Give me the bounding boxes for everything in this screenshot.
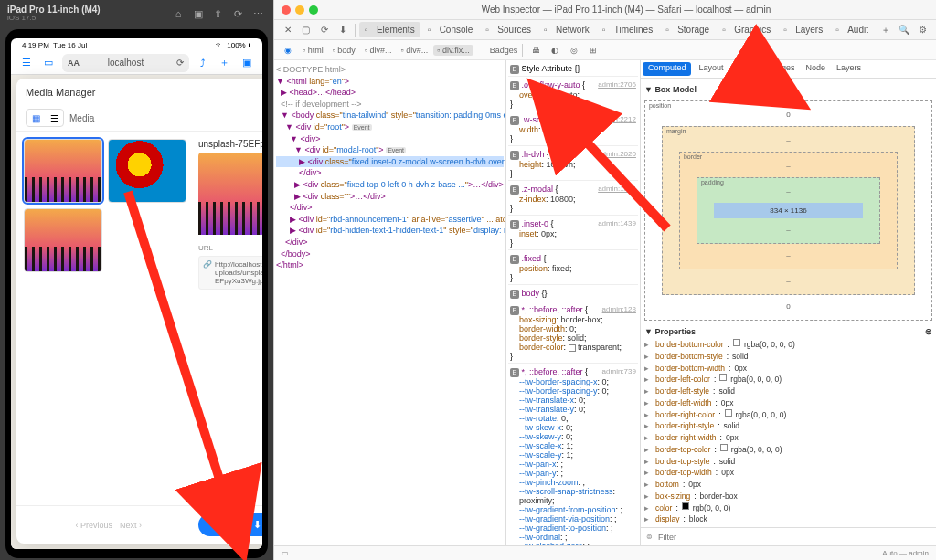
dom-node[interactable]: <!-- if development -->	[276, 99, 504, 111]
screenshot-icon[interactable]: ▣	[191, 6, 206, 21]
computed-property[interactable]: ▸border-right-style: solid	[644, 420, 932, 432]
breadcrumb-segment[interactable]: ▫ div.fix...	[433, 45, 473, 56]
css-rule[interactable]: E body {}	[508, 287, 638, 301]
computed-property[interactable]: ▸border-right-color: rgba(0, 0, 0, 0)	[644, 409, 932, 421]
dom-node[interactable]: </div>	[276, 202, 504, 214]
tab-graphics[interactable]: ▫Graphics	[717, 22, 776, 37]
next-page-button[interactable]: Next ›	[120, 521, 142, 530]
computed-property[interactable]: ▸border-top-style: solid	[644, 456, 932, 468]
filter-icon[interactable]: ⊜	[646, 533, 653, 541]
tab-layers[interactable]: ▫Layers	[778, 22, 828, 37]
dock-icon[interactable]: ▢	[298, 22, 314, 38]
plus-icon[interactable]: ＋	[878, 22, 894, 38]
css-rule[interactable]: admin:128E *, ::before, ::after {box-siz…	[508, 303, 638, 364]
computed-property[interactable]: ▸color: rgb(0, 0, 0)	[644, 502, 932, 514]
breadcrumb-segment[interactable]: ▫ div#...	[361, 45, 396, 56]
dom-tree-panel[interactable]: <!DOCTYPE html>▼ <html lang="en"> ▶ <hea…	[274, 60, 506, 545]
badges-dropdown[interactable]: Badges	[490, 46, 518, 55]
contrast-icon[interactable]: ◐	[547, 42, 563, 58]
media-breadcrumb[interactable]: Media	[69, 113, 94, 123]
computed-tab-node[interactable]: Node	[801, 60, 832, 78]
tab-audit[interactable]: ▫Audit	[830, 22, 874, 37]
computed-property[interactable]: ▸border-bottom-color: rgba(0, 0, 0, 0)	[644, 339, 932, 351]
book-icon[interactable]: ▭	[40, 55, 57, 71]
search-icon[interactable]: 🔍	[896, 22, 912, 38]
close-window-button[interactable]	[282, 5, 291, 15]
computed-body[interactable]: ▼ Box Model position 0 margin– border– p…	[641, 79, 936, 527]
computed-tab-layout[interactable]: Layout	[693, 60, 729, 78]
computed-tab-layers[interactable]: Layers	[831, 60, 867, 78]
tab-storage[interactable]: ▫Storage	[660, 22, 715, 37]
share-icon[interactable]: ⇧	[211, 6, 226, 21]
filter-icon[interactable]: ⊜	[925, 327, 932, 336]
breadcrumb-segment[interactable]: ▫ body	[329, 45, 359, 56]
maximize-window-button[interactable]	[309, 5, 318, 15]
console-toggle-icon[interactable]: ▭	[282, 549, 289, 557]
dom-node[interactable]: ▼ <div id="root"> Event	[276, 122, 504, 133]
list-view-icon[interactable]: ☰	[45, 110, 63, 126]
more-icon[interactable]: ⋯	[251, 6, 266, 21]
css-rule[interactable]: admin:1644E .z-modal {z-index: 10800;}	[508, 183, 638, 216]
dom-node[interactable]: ▶ <div id="rbd-hidden-text-1-hidden-text…	[276, 225, 504, 237]
styles-panel[interactable]: E Style Attribute {}admin:2706E .overflo…	[506, 60, 641, 545]
css-rule[interactable]: admin:1439E .inset-0 {inset: 0px;}	[508, 217, 638, 250]
prev-page-button[interactable]: ‹ Previous	[75, 521, 112, 530]
tab-sources[interactable]: ▫Sources	[480, 22, 537, 37]
motion-icon[interactable]: ◎	[566, 42, 582, 58]
sidebar-toggle-icon[interactable]: ☰	[18, 55, 35, 71]
computed-property[interactable]: ▸border-left-style: solid	[644, 386, 932, 397]
insert-button[interactable]: Insert ⬇	[198, 513, 261, 536]
thumbnail-item[interactable]	[24, 208, 102, 272]
css-rule[interactable]: admin:2706E .overflow-y-auto {overflow-y…	[508, 79, 638, 111]
home-icon[interactable]: ⌂	[171, 6, 186, 21]
dom-node[interactable]: </html>	[276, 259, 504, 271]
computed-property[interactable]: ▸border-bottom-style: solid	[644, 351, 932, 363]
grid-view-icon[interactable]: ▦	[27, 110, 45, 126]
css-rule[interactable]: E Style Attribute {}	[508, 62, 638, 77]
reload-icon[interactable]: ⟳	[316, 22, 333, 38]
url-field[interactable]: AA localhost ⟳	[62, 54, 189, 72]
computed-tab-changes[interactable]: Changes	[757, 60, 801, 78]
settings-icon[interactable]: ⚙	[914, 22, 931, 38]
dom-node[interactable]: ▼ <div>	[276, 133, 504, 145]
share-up-icon[interactable]: ⤴	[195, 55, 211, 71]
dom-node[interactable]: ▼ <body class="tina-tailwind" style="tra…	[276, 110, 504, 122]
new-tab-icon[interactable]: ＋	[217, 55, 233, 71]
reload-icon[interactable]: ⟳	[176, 58, 184, 68]
computed-property[interactable]: ▸border-left-color: rgba(0, 0, 0, 0)	[644, 374, 932, 386]
minimize-window-button[interactable]	[295, 5, 304, 15]
computed-property[interactable]: ▸border-top-width: 0px	[644, 467, 932, 479]
computed-property[interactable]: ▸bottom: 0px	[644, 479, 932, 491]
file-url-box[interactable]: 🔗 http://localhost:3000/uploads/unsplash…	[198, 256, 262, 290]
dom-node[interactable]: ▶ <head>…</head>	[276, 87, 504, 99]
tab-timelines[interactable]: ▫Timelines	[597, 22, 658, 37]
dom-node[interactable]: ▼ <div id="modal-root"> Event	[276, 144, 504, 156]
computed-property[interactable]: ▸box-sizing: border-box	[644, 491, 932, 502]
computed-property[interactable]: ▸border-bottom-width: 0px	[644, 363, 932, 375]
dom-node[interactable]: ▶ <div class="fixed top-0 left-0 h-dvh z…	[276, 179, 504, 191]
computed-property[interactable]: ▸display: block	[644, 513, 932, 525]
format-icon[interactable]: ⊞	[585, 42, 601, 58]
dom-node[interactable]: ▶ <div id="rbd-announcement-1" aria-live…	[276, 214, 504, 226]
dom-node[interactable]: <!DOCTYPE html>	[276, 64, 504, 76]
css-rule[interactable]: admin:2020E .h-dvh {height: 100dvh;}	[508, 148, 638, 181]
tab-console[interactable]: ▫Console	[422, 22, 479, 37]
breadcrumb-segment[interactable]: ▫ div#...	[398, 45, 432, 56]
close-dock-icon[interactable]: ✕	[280, 22, 296, 38]
tab-network[interactable]: ▫Network	[538, 22, 595, 37]
dom-node[interactable]: ▶ <div class="fixed inset-0 z-modal w-sc…	[276, 156, 504, 168]
dom-node[interactable]: </div>	[276, 237, 504, 248]
computed-property[interactable]: ▸border-top-color: rgba(0, 0, 0, 0)	[644, 444, 932, 456]
text-size-icon[interactable]: AA	[68, 58, 80, 68]
download-icon[interactable]: ⬇	[335, 22, 351, 38]
thumbnail-item[interactable]	[24, 139, 102, 203]
thumbnail-item[interactable]	[108, 139, 186, 203]
computed-tab-computed[interactable]: Computed	[643, 62, 692, 76]
computed-property[interactable]: ▸border-left-width: 0px	[644, 397, 932, 409]
breadcrumb-segment[interactable]: ▫ html	[299, 45, 327, 56]
css-rule[interactable]: admin:739E *, ::before, ::after {--tw-bo…	[508, 365, 638, 545]
dom-node[interactable]: </div>	[276, 167, 504, 179]
inspect-element-icon[interactable]: ◉	[280, 42, 296, 58]
computed-filter-input[interactable]	[658, 533, 931, 542]
css-rule[interactable]: E .fixed {position: fixed;}	[508, 252, 638, 285]
